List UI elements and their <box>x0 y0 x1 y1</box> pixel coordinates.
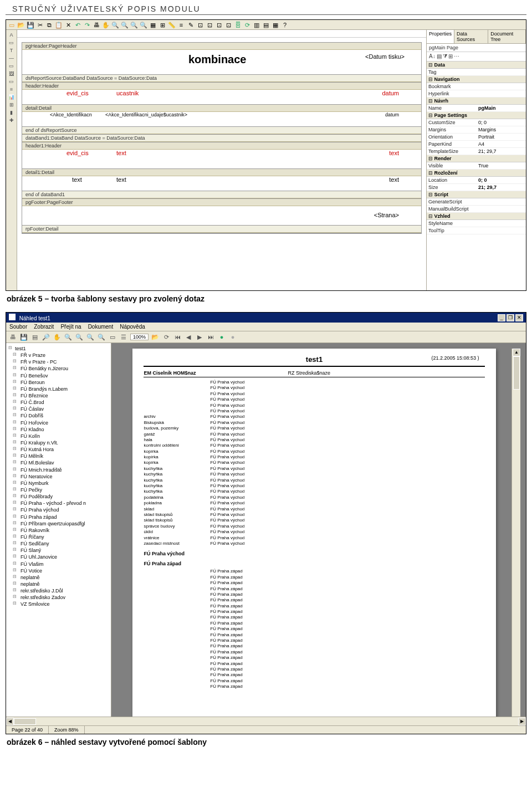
band-rpfooter[interactable]: rpFooter:Detail <box>22 226 421 233</box>
tree-item[interactable]: FÚ Dobříš <box>7 412 110 419</box>
subreport-icon[interactable]: ⊞ <box>9 102 14 108</box>
cut-icon[interactable]: ✂ <box>36 21 44 29</box>
band-icon[interactable]: ≡ <box>10 86 13 92</box>
h1-c2[interactable]: text <box>116 150 126 156</box>
tree-item[interactable]: FÚ Votice <box>7 567 110 574</box>
export-icon[interactable]: 💾 <box>19 333 28 341</box>
hand-icon[interactable]: ✋ <box>53 333 62 341</box>
open-icon[interactable]: 📂 <box>151 333 160 341</box>
prop-group[interactable]: Navigation <box>427 76 526 83</box>
prop-value[interactable]: Portrait <box>477 134 526 140</box>
zoom-in-icon[interactable]: 🔍 <box>64 333 73 341</box>
tab-datasources[interactable]: Data Sources <box>454 30 488 43</box>
prop-row[interactable]: ToolTip <box>427 227 526 234</box>
prop-value[interactable]: pgMain <box>477 105 526 111</box>
d1-c1[interactable]: text <box>72 176 82 183</box>
hand-icon[interactable]: ✋ <box>102 21 110 29</box>
prop-row[interactable]: NamepgMain <box>427 105 526 112</box>
grid-icon[interactable]: ▦ <box>149 21 157 29</box>
tree-item[interactable]: FÚ Kladno <box>7 426 110 433</box>
d1-c3[interactable]: text <box>389 176 399 183</box>
tree-item[interactable]: FÚ Poděbrady <box>7 493 110 500</box>
tree-root[interactable]: test1 <box>7 345 110 352</box>
group4-icon[interactable]: ⊡ <box>224 21 232 29</box>
pointer-icon[interactable]: A <box>9 32 13 38</box>
prop-group[interactable]: Render <box>427 155 526 162</box>
tree-item[interactable]: FÚ Praha západ <box>7 514 110 520</box>
band-detail1[interactable]: detail1:Detail text text text <box>22 169 421 191</box>
category-icon[interactable]: ▤ <box>437 53 442 60</box>
sort-az-icon[interactable]: A↓ <box>429 53 436 60</box>
prop-value[interactable]: Margins <box>477 126 526 133</box>
zoom-out-icon[interactable]: 🔍 <box>75 333 84 341</box>
refresh-icon[interactable]: ⟳ <box>243 21 251 29</box>
tree-item[interactable]: FÚ Pečky <box>7 487 110 493</box>
barcode-icon[interactable]: ▮ <box>10 110 13 115</box>
prop-value[interactable]: 0; 0 <box>477 119 526 126</box>
prop-value[interactable]: A4 <box>477 141 526 147</box>
options-icon[interactable]: ⋯ <box>454 53 459 60</box>
tree-item[interactable]: neplatně <box>7 581 110 587</box>
prop-row[interactable]: Hyperlink <box>427 90 526 98</box>
prop-row[interactable]: ManualBuildScript <box>427 206 526 213</box>
prop-row[interactable]: StyleName <box>427 220 526 227</box>
prop-row[interactable]: Bookmark <box>427 83 526 90</box>
tree-item[interactable]: FÚ Neratovice <box>7 473 110 480</box>
d1-c2[interactable]: text <box>116 176 126 183</box>
chart-icon[interactable]: 📊 <box>8 94 14 100</box>
col-datum[interactable]: datum <box>382 90 399 96</box>
tree-item[interactable]: VZ Smilovice <box>7 601 110 607</box>
line-icon[interactable]: — <box>9 55 14 61</box>
tree-item[interactable]: FÚ Rakovník <box>7 527 110 534</box>
prop-value[interactable]: 21; 29,7 <box>477 184 526 191</box>
align-icon[interactable]: ≡ <box>177 21 185 29</box>
band-pageheader[interactable]: pgHeader:PageHeader kombinace <Datum tis… <box>22 43 421 75</box>
prop-value[interactable]: True <box>477 162 526 169</box>
field-icon[interactable]: ▭ <box>9 79 14 84</box>
delete-icon[interactable]: ✕ <box>64 21 72 29</box>
tree-item[interactable]: FÚ Kutná Hora <box>7 446 110 453</box>
prop-row[interactable]: Location0; 0 <box>427 177 526 184</box>
prop-row[interactable]: CustomSize0; 0 <box>427 119 526 126</box>
prop-row[interactable]: MarginsMargins <box>427 126 526 134</box>
scrollbar-v[interactable]: ▲ ▼ <box>511 349 520 717</box>
tree-item[interactable]: FÚ Brandýs n.Labem <box>7 386 110 392</box>
stop-icon[interactable]: ● <box>228 333 237 341</box>
refresh-icon[interactable]: ⟳ <box>162 333 171 341</box>
last-page-icon[interactable]: ⏭ <box>206 333 215 341</box>
snap-icon[interactable]: ⊞ <box>158 21 166 29</box>
prop-group[interactable]: Rozložení <box>427 170 526 177</box>
db-icon[interactable]: 🗄 <box>234 21 242 29</box>
tree-item[interactable]: neplatně <box>7 574 110 581</box>
page-setup-icon[interactable]: ▭ <box>108 333 117 341</box>
band-end-ds[interactable]: end of dsReportSource <box>22 127 421 135</box>
tab-properties[interactable]: Properties <box>427 30 454 43</box>
new-icon[interactable]: ▭ <box>8 21 16 29</box>
zoom-input[interactable]: 100% <box>130 334 149 340</box>
zoom-in-icon[interactable]: 🔍 <box>111 21 119 29</box>
tree-item[interactable]: FÚ Ml.Boleslav <box>7 459 110 466</box>
prop-row[interactable]: Tag <box>427 69 526 76</box>
prop-row[interactable]: PaperKindA4 <box>427 141 526 148</box>
tree-item[interactable]: FÚ Příbram qwertzuiopasdfgl <box>7 520 110 527</box>
detail-f2[interactable]: <Akce_Identifikacni_udaje$ucastnik> <box>105 112 187 117</box>
prop-value[interactable] <box>477 227 526 234</box>
band-header[interactable]: header:Header evid_cis ucastnik datum <box>22 83 421 105</box>
paste-icon[interactable]: 📋 <box>55 21 63 29</box>
h1-c1[interactable]: evid_cis <box>66 150 89 156</box>
prop-group[interactable]: Návrh <box>427 98 526 105</box>
layout3-icon[interactable]: ▦ <box>272 21 279 29</box>
tree-item[interactable]: FÚ Benešov <box>7 372 110 379</box>
detail-f1[interactable]: <Akce_Identifikacn <box>50 112 92 117</box>
tab-doctree[interactable]: Document Tree <box>488 30 526 43</box>
zoom-fit-icon[interactable]: 🔍 <box>130 21 138 29</box>
first-page-icon[interactable]: ⏮ <box>173 333 182 341</box>
tree-item[interactable]: FÚ Benátky n.Jizerou <box>7 365 110 372</box>
print-icon[interactable]: 🖶 <box>8 333 17 341</box>
layout2-icon[interactable]: ▤ <box>262 21 270 29</box>
prop-group[interactable]: Data <box>427 62 526 69</box>
prop-group[interactable]: Vzhled <box>427 213 526 220</box>
band-end-db1[interactable]: end of dataBand1 <box>22 191 421 199</box>
prop-group[interactable]: Page Settings <box>427 112 526 119</box>
group2-icon[interactable]: ⊡ <box>206 21 213 29</box>
